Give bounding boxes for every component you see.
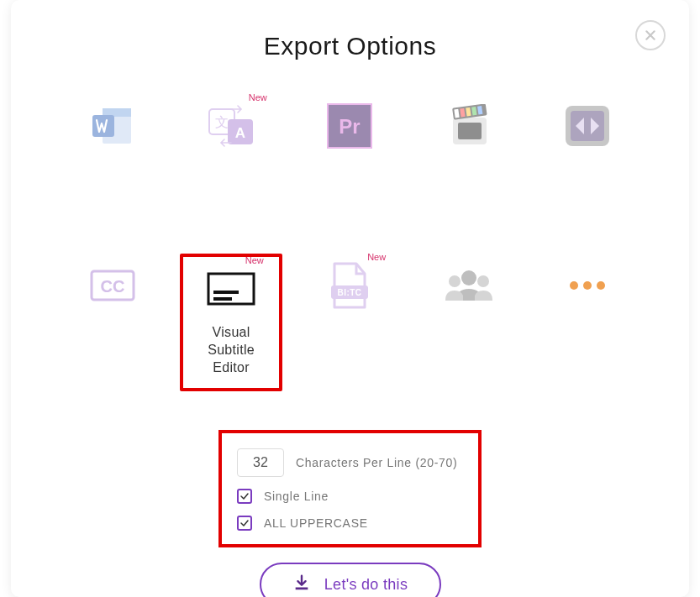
tile-premiere[interactable]: Pr [299,94,401,161]
tile-more[interactable] [537,254,639,391]
single-line-checkbox[interactable] [237,489,252,504]
export-button-label: Let's do this [324,576,408,594]
closed-caption-icon: CC [90,262,135,309]
svg-point-27 [461,270,476,285]
export-format-grid: New 文 A Pr [36,94,664,391]
tile-visual-subtitle-editor[interactable]: New Visual Subtitle Editor [180,254,282,391]
uppercase-row: ALL UPPERCASE [237,516,463,531]
single-line-row: Single Line [237,489,463,504]
avid-icon [564,102,611,149]
download-icon [292,573,311,595]
premiere-icon: Pr [327,102,372,149]
chars-per-line-row: Characters Per Line (20-70) [237,448,463,477]
modal-title: Export Options [36,32,664,60]
svg-text:CC: CC [100,277,124,296]
single-line-label: Single Line [264,490,329,503]
new-badge: New [245,255,264,265]
tile-cc[interactable]: CC [61,254,163,391]
close-button[interactable] [635,20,666,50]
svg-point-28 [449,275,461,287]
checkmark-icon [239,491,250,501]
svg-rect-23 [213,291,239,294]
visual-subtitle-editor-icon [207,265,255,312]
bitc-icon: BI:TC [331,262,368,309]
word-icon [91,102,134,149]
export-button[interactable]: Let's do this [260,563,441,597]
svg-text:A: A [235,125,245,141]
tile-translate[interactable]: New 文 A [180,94,282,161]
export-options-modal: Export Options New 文 A [11,0,689,597]
checkmark-icon [239,518,250,528]
svg-rect-24 [213,297,232,301]
tile-label: Visual Subtitle Editor [187,324,275,376]
options-panel: Characters Per Line (20-70) Single Line … [218,430,482,547]
chars-per-line-label: Characters Per Line (20-70) [296,456,457,469]
final-cut-icon [446,102,492,149]
tile-final-cut[interactable] [418,94,519,161]
tile-avid[interactable] [537,94,639,161]
tile-bitc[interactable]: New BI:TC [299,254,401,391]
more-icon [567,262,608,309]
svg-text:Pr: Pr [339,115,361,138]
uppercase-label: ALL UPPERCASE [264,516,368,530]
svg-text:文: 文 [215,115,229,129]
new-badge: New [249,92,267,102]
uppercase-checkbox[interactable] [237,516,252,531]
svg-rect-10 [458,123,482,139]
svg-point-30 [570,281,578,290]
svg-point-29 [477,275,489,287]
people-icon [445,262,493,309]
translate-icon: 文 A [206,102,256,149]
svg-point-32 [597,281,605,290]
tile-collaborate[interactable] [418,254,519,391]
close-icon [644,29,657,42]
new-badge: New [367,252,386,262]
chars-per-line-input[interactable] [237,448,284,477]
tile-word[interactable] [61,94,163,161]
svg-text:BI:TC: BI:TC [338,288,362,297]
svg-point-31 [583,281,592,290]
